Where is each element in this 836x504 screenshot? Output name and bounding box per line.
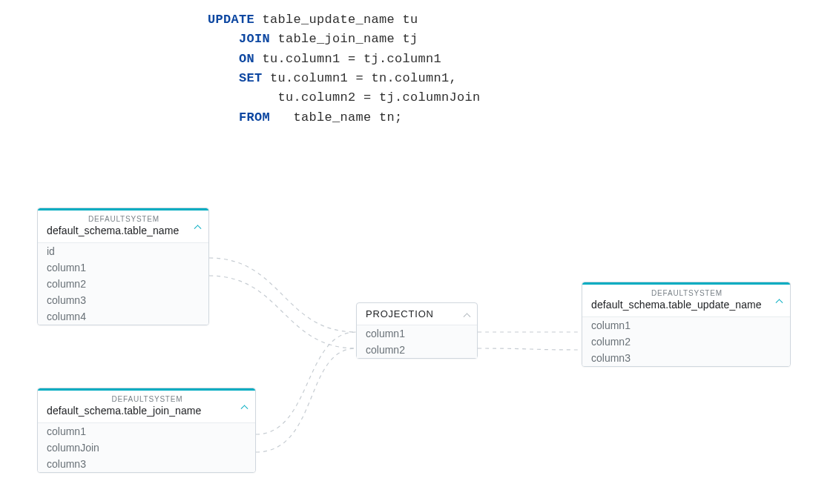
column-list: column1 column2 column3 <box>582 317 790 366</box>
table-node-table-name[interactable]: DEFAULTSYSTEM default_schema.table_name … <box>37 208 209 325</box>
sql-text: table_update_name tu <box>254 13 418 27</box>
node-title: default_schema.table_name <box>47 225 201 236</box>
system-label: DEFAULTSYSTEM <box>47 395 248 403</box>
column-item[interactable]: column3 <box>38 292 208 308</box>
node-header[interactable]: DEFAULTSYSTEM default_schema.table_name <box>38 210 208 243</box>
lineage-diagram: DEFAULTSYSTEM default_schema.table_name … <box>37 208 794 504</box>
edge <box>209 276 356 348</box>
column-item[interactable]: columnJoin <box>38 440 255 456</box>
sql-text: tu.column2 = tj.columnJoin <box>278 90 481 105</box>
table-node-table-join-name[interactable]: DEFAULTSYSTEM default_schema.table_join_… <box>37 388 256 473</box>
sql-keyword: JOIN <box>239 32 270 46</box>
sql-text: tu.column1 = tn.column1, <box>263 71 458 85</box>
system-label: DEFAULTSYSTEM <box>591 289 783 297</box>
chevron-up-icon[interactable] <box>774 296 784 306</box>
sql-keyword: SET <box>239 71 263 85</box>
edge <box>478 348 582 350</box>
table-node-table-update-name[interactable]: DEFAULTSYSTEM default_schema.table_updat… <box>582 282 791 367</box>
chevron-up-icon[interactable] <box>192 222 203 232</box>
node-title: default_schema.table_update_name <box>591 299 783 311</box>
sql-text: table_name tn; <box>270 110 403 125</box>
node-header[interactable]: PROJECTION <box>357 303 477 325</box>
column-item[interactable]: column2 <box>357 342 477 358</box>
edge <box>256 348 356 452</box>
sql-text: tu.column1 = tj.column1 <box>254 52 441 66</box>
edge <box>209 258 356 332</box>
sql-code-block: UPDATE table_update_name tu JOIN table_j… <box>208 10 481 127</box>
chevron-up-icon[interactable] <box>462 310 471 319</box>
column-item[interactable]: column1 <box>582 317 790 334</box>
node-header[interactable]: DEFAULTSYSTEM default_schema.table_join_… <box>38 391 255 423</box>
column-item[interactable]: column1 <box>38 259 208 276</box>
system-label: DEFAULTSYSTEM <box>47 215 201 223</box>
column-item[interactable]: column3 <box>38 456 255 472</box>
node-title: default_schema.table_join_name <box>47 405 248 417</box>
sql-keyword: UPDATE <box>208 13 254 27</box>
node-title: PROJECTION <box>366 308 456 319</box>
sql-keyword: ON <box>239 52 254 66</box>
node-header[interactable]: DEFAULTSYSTEM default_schema.table_updat… <box>582 285 790 317</box>
column-item[interactable]: column1 <box>357 325 477 342</box>
column-item[interactable]: id <box>38 243 208 259</box>
column-item[interactable]: column1 <box>38 423 255 440</box>
sql-keyword: FROM <box>239 110 270 125</box>
column-item[interactable]: column2 <box>582 334 790 350</box>
chevron-up-icon[interactable] <box>239 402 249 412</box>
column-list: column1 columnJoin column3 <box>38 423 255 472</box>
column-list: column1 column2 <box>357 325 477 358</box>
column-item[interactable]: column2 <box>38 276 208 292</box>
column-item[interactable]: column3 <box>582 350 790 366</box>
column-list: id column1 column2 column3 column4 <box>38 243 208 325</box>
edge <box>256 332 356 434</box>
sql-text: table_join_name tj <box>270 32 418 46</box>
projection-node[interactable]: PROJECTION column1 column2 <box>356 302 478 359</box>
column-item[interactable]: column4 <box>38 308 208 325</box>
